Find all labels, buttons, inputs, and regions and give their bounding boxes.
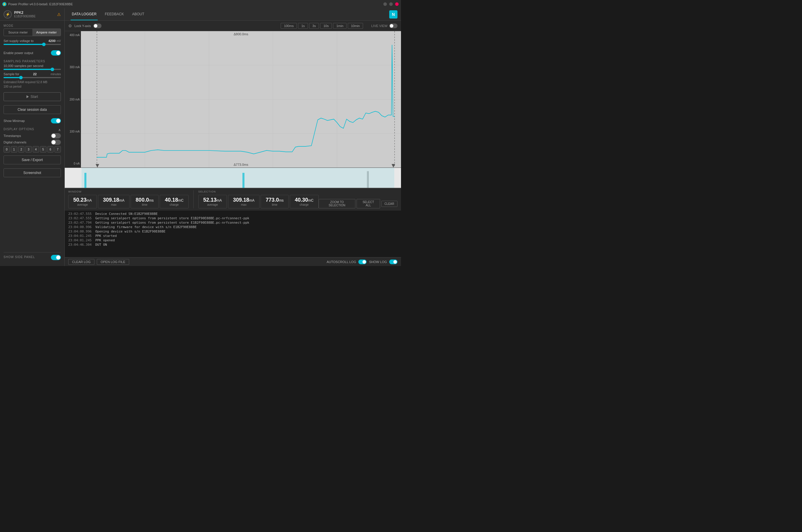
window-average-label: average bbox=[73, 203, 92, 206]
time-1s-button[interactable]: 1s bbox=[298, 23, 308, 29]
device-name: PPK2 bbox=[14, 11, 36, 15]
log-timestamp: 23:02:47.555 bbox=[68, 216, 92, 220]
channel-7-button[interactable]: 7 bbox=[54, 146, 61, 153]
selection-max: 309.18mA max bbox=[228, 195, 259, 208]
chart-delta-top: Δ800.0ms bbox=[234, 32, 248, 36]
samples-slider[interactable] bbox=[3, 69, 61, 70]
selection-average-value: 52.13mA bbox=[203, 197, 222, 203]
log-entry: 23:02:47.555Getting serialport options f… bbox=[68, 216, 398, 221]
window-charge-label: charge bbox=[165, 203, 184, 206]
bottom-bar: CLEAR LOG OPEN LOG FILE AUTOSCROLL LOG S… bbox=[65, 257, 401, 266]
close-button[interactable] bbox=[395, 2, 399, 6]
zoom-to-selection-button[interactable]: ZOOM TO SELECTION bbox=[318, 199, 356, 208]
selection-average: 52.13mA average bbox=[198, 195, 227, 208]
channel-3-button[interactable]: 3 bbox=[25, 146, 32, 153]
save-export-button[interactable]: Save / Export bbox=[3, 155, 61, 164]
tab-feedback[interactable]: FEEDBACK bbox=[104, 8, 125, 20]
chart-main[interactable]: 400 mA 300 mA 200 mA 100 mA 0 nA Δ800.0m… bbox=[65, 31, 401, 168]
log-message: Opening device with s/n E1B2F90E88BE bbox=[95, 230, 165, 233]
maximize-button[interactable] bbox=[389, 2, 393, 6]
open-log-button[interactable]: OPEN LOG FILE bbox=[97, 259, 129, 265]
channel-4-button[interactable]: 4 bbox=[33, 146, 39, 153]
show-side-panel: SHOW SIDE PANEL bbox=[3, 252, 61, 263]
timestamps-toggle[interactable] bbox=[51, 133, 61, 138]
autoscroll-label: AUTOSCROLL LOG bbox=[327, 260, 356, 264]
show-minimap-label: Show Minimap bbox=[3, 119, 25, 122]
lock-y-axis-toggle[interactable] bbox=[93, 23, 102, 28]
y-0: 0 nA bbox=[66, 162, 80, 165]
live-view: LIVE VIEW bbox=[371, 23, 398, 28]
timestamps-label: Timestamps bbox=[3, 134, 21, 137]
show-minimap-toggle[interactable] bbox=[51, 118, 61, 124]
supply-voltage-slider[interactable] bbox=[3, 44, 61, 45]
channel-1-button[interactable]: 1 bbox=[11, 146, 17, 153]
device-logo: ⚡ bbox=[3, 10, 12, 19]
show-log-toggle[interactable] bbox=[389, 260, 398, 264]
settings-icon[interactable]: ⚙ bbox=[68, 23, 72, 28]
selection-label: SELECTION bbox=[198, 190, 318, 193]
log-timestamp: 23:02:47.555 bbox=[68, 212, 92, 216]
live-view-toggle[interactable] bbox=[389, 23, 398, 28]
display-options-collapse[interactable]: ∧ bbox=[58, 128, 61, 132]
log-message: DUT ON bbox=[95, 243, 107, 247]
screenshot-button[interactable]: Screenshot bbox=[3, 168, 61, 177]
window-average: 50.23mA average bbox=[68, 195, 97, 208]
svg-rect-18 bbox=[81, 168, 394, 188]
y-100: 100 mA bbox=[66, 130, 80, 133]
tab-about[interactable]: ABOUT bbox=[131, 8, 145, 20]
chart-delta-bottom: Δ773.0ms bbox=[234, 163, 248, 166]
window-charge-value: 40.18mC bbox=[165, 197, 184, 203]
log-timestamp: 23:04:01.245 bbox=[68, 234, 92, 238]
window-time: 800.0ms time bbox=[131, 195, 159, 208]
minimap[interactable] bbox=[65, 168, 401, 188]
log-area[interactable]: 23:02:47.555Device Connected SN:E1B2F90E… bbox=[65, 210, 401, 257]
stats-clear-button[interactable]: CLEAR bbox=[381, 201, 398, 207]
lock-y-axis-label: Lock Y-axis bbox=[74, 24, 91, 27]
chart-svg bbox=[81, 31, 401, 168]
log-message: PPK started bbox=[95, 234, 117, 238]
top-nav: ⚡ PPK2 E1B2F90E88BE ⚠ DATA LOGGER FEEDBA… bbox=[0, 8, 401, 21]
channel-2-button[interactable]: 2 bbox=[18, 146, 25, 153]
start-button[interactable]: Start bbox=[3, 92, 61, 101]
sample-for-slider[interactable] bbox=[3, 77, 61, 78]
log-message: Validating firmware for device with s/n … bbox=[95, 225, 197, 229]
selection-time-label: time bbox=[266, 203, 284, 206]
time-1min-button[interactable]: 1min bbox=[333, 23, 347, 29]
chart-plot[interactable]: Δ800.0ms bbox=[81, 31, 401, 168]
digital-channels-toggle[interactable] bbox=[51, 139, 61, 145]
time-3s-button[interactable]: 3s bbox=[309, 23, 319, 29]
time-10min-button[interactable]: 10min bbox=[348, 23, 363, 29]
autoscroll-toggle[interactable] bbox=[358, 260, 367, 264]
window-average-value: 50.23mA bbox=[73, 197, 92, 203]
log-timestamp: 23:04:00.996 bbox=[68, 230, 92, 233]
channel-5-button[interactable]: 5 bbox=[40, 146, 47, 153]
minimize-button[interactable] bbox=[383, 2, 387, 6]
power-output-toggle[interactable] bbox=[51, 50, 61, 56]
ampere-meter-button[interactable]: Ampere meter bbox=[32, 29, 61, 36]
display-options-label: DISPLAY OPTIONS bbox=[3, 128, 34, 131]
clear-session-button[interactable]: Clear session data bbox=[3, 105, 61, 114]
supply-voltage-value: 4200 bbox=[48, 39, 55, 43]
ram-info: Estimated RAM required 52.8 MB bbox=[3, 80, 61, 84]
titlebar: ⚡ Power Profiler v4.0.0-beta6: E1B2F90E8… bbox=[0, 0, 401, 8]
channel-0-button[interactable]: 0 bbox=[3, 146, 10, 153]
show-side-panel-toggle[interactable] bbox=[51, 255, 61, 260]
selection-charge: 40.30mC charge bbox=[290, 195, 318, 208]
channel-buttons: 0 1 2 3 4 5 6 7 bbox=[3, 146, 61, 153]
tab-data-logger[interactable]: DATA LOGGER bbox=[71, 8, 98, 20]
time-10s-button[interactable]: 10s bbox=[320, 23, 332, 29]
digital-channels-label: Digital channels bbox=[3, 140, 26, 144]
titlebar-title: Power Profiler v4.0.0-beta6: E1B2F90E88B… bbox=[8, 2, 383, 6]
mode-buttons: Source meter Ampere meter bbox=[3, 28, 61, 36]
source-meter-button[interactable]: Source meter bbox=[4, 29, 32, 36]
channel-6-button[interactable]: 6 bbox=[48, 146, 54, 153]
clear-log-button[interactable]: CLEAR LOG bbox=[68, 259, 94, 265]
window-time-label: time bbox=[135, 203, 153, 206]
power-output-label: Enable power output bbox=[3, 51, 33, 55]
window-controls[interactable] bbox=[383, 2, 399, 6]
y-axis: 400 mA 300 mA 200 mA 100 mA 0 nA bbox=[65, 31, 81, 168]
start-icon bbox=[26, 95, 30, 98]
time-100ms-button[interactable]: 100ms bbox=[281, 23, 297, 29]
select-all-button[interactable]: SELECT ALL bbox=[357, 199, 380, 208]
chart-toolbar: ⚙ Lock Y-axis 100ms 1s 3s 10s 1min 10min… bbox=[65, 21, 401, 31]
